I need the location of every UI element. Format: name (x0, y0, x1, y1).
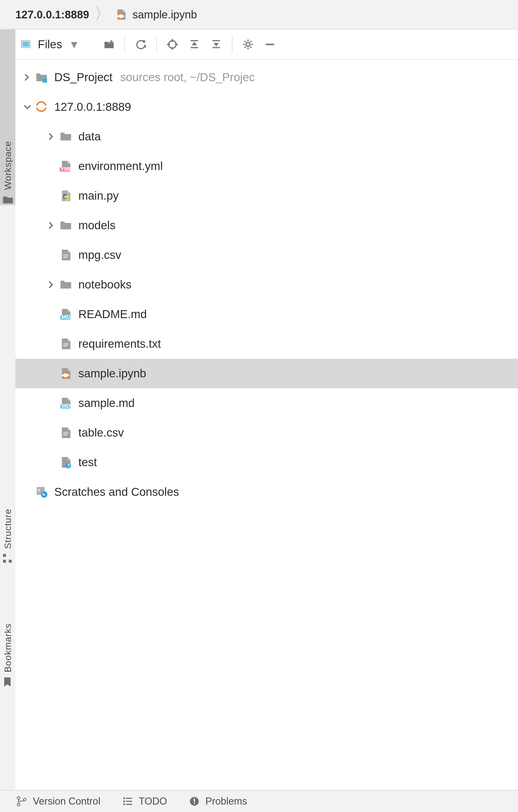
tree-item-label: data (79, 130, 101, 143)
tree-expander[interactable] (45, 133, 58, 140)
chevron-right-icon (48, 222, 55, 229)
chevron-right-icon (48, 133, 55, 140)
jupyter-file-icon (115, 9, 127, 20)
workspace-view-switcher[interactable]: Files ▼ (20, 38, 86, 51)
folder-icon (58, 220, 73, 231)
refresh-button[interactable] (131, 35, 150, 54)
settings-button[interactable] (239, 35, 257, 54)
side-tab-bar: Workspace Structure Bookmarks (0, 30, 16, 790)
status-todo-label: TODO (139, 795, 167, 807)
jupyter-file-icon (58, 368, 73, 380)
tree-item-label: mpg.csv (79, 249, 121, 262)
side-tab-structure[interactable]: Structure (0, 449, 16, 564)
workspace-panel: Files ▼ DS_Projectsources root, ~/DS_Pro… (16, 30, 518, 790)
status-version-control[interactable]: Version Control (17, 795, 100, 807)
breadcrumb-host[interactable]: 127.0.0.1:8889 (16, 8, 89, 21)
tree-item-label: notebooks (79, 278, 131, 291)
status-problems-label: Problems (205, 795, 247, 807)
tree-folder-ds_project[interactable]: DS_Projectsources root, ~/DS_Projec (16, 62, 518, 92)
toolbar-separator (156, 36, 157, 53)
breadcrumb-separator-icon: 〉 (95, 14, 110, 16)
text-file-icon (58, 249, 73, 261)
side-tab-bookmarks-label: Bookmarks (2, 623, 13, 672)
status-problems[interactable]: Problems (189, 795, 247, 807)
tree-item-label: README.md (79, 308, 147, 321)
folder-icon (58, 279, 73, 291)
dropdown-icon: ▼ (69, 38, 80, 51)
side-tab-workspace-label: Workspace (2, 141, 13, 190)
folder-icon (58, 130, 73, 143)
side-tab-structure-label: Structure (2, 509, 13, 549)
tree-item-label: main.py (79, 189, 119, 202)
tree-item-label: requirements.txt (79, 337, 161, 350)
tree-item-label: table.csv (79, 426, 124, 439)
tree-item-label: environment.yml (79, 160, 163, 173)
workspace-toolbar: Files ▼ (16, 30, 518, 60)
tree-file-requirements[interactable]: requirements.txt (16, 329, 518, 359)
tree-item-label: sample.ipynb (79, 367, 146, 380)
breadcrumb: 127.0.0.1:8889 〉 sample.ipynb (0, 0, 518, 30)
status-vcs-label: Version Control (33, 795, 100, 807)
tree-item-label: DS_Project (54, 71, 112, 84)
text-file-icon (58, 427, 73, 439)
tree-expander[interactable] (21, 103, 34, 111)
tree-folder-data[interactable]: data (16, 122, 518, 151)
workspace-view-label: Files (38, 38, 62, 51)
chevron-right-icon (48, 281, 55, 289)
tree-folder-server[interactable]: 127.0.0.1:8889 (16, 92, 518, 122)
markdown-file-icon (58, 308, 73, 320)
tree-expander[interactable] (45, 222, 58, 229)
tree-expander[interactable] (45, 281, 58, 289)
unknown-file-icon (58, 456, 73, 468)
side-tab-bookmarks[interactable]: Bookmarks (0, 567, 16, 688)
tree-item-label: sample.md (79, 397, 134, 410)
problems-icon (189, 796, 200, 807)
view-icon (20, 39, 31, 50)
tree-file-test[interactable]: test (16, 447, 518, 477)
tree-file-scratches[interactable]: Scratches and Consoles (16, 477, 518, 507)
yaml-file-icon (58, 160, 73, 172)
tree-file-mpgcsv[interactable]: mpg.csv (16, 240, 518, 270)
tree-item-label: test (79, 456, 97, 469)
chevron-right-icon (24, 74, 31, 81)
tree-expander[interactable] (21, 74, 34, 81)
bookmark-icon (2, 676, 13, 688)
tree-item-label: models (79, 219, 115, 232)
tree-file-mainpy[interactable]: main.py (16, 181, 518, 211)
jupyter-server-icon (34, 101, 49, 113)
tree-item-extra: sources root, ~/DS_Projec (120, 71, 254, 84)
tree-folder-notebooks[interactable]: notebooks (16, 270, 518, 299)
tree-file-readme[interactable]: README.md (16, 299, 518, 329)
scratches-icon (34, 486, 49, 498)
tree-item-label: 127.0.0.1:8889 (54, 100, 131, 114)
file-tree[interactable]: DS_Projectsources root, ~/DS_Projec127.0… (16, 60, 518, 790)
toolbar-separator (232, 36, 233, 53)
folder-sources-icon (34, 71, 49, 83)
side-tab-workspace[interactable]: Workspace (0, 30, 16, 205)
status-todo[interactable]: TODO (122, 795, 167, 807)
chevron-down-icon (24, 103, 31, 111)
toolbar-separator (124, 36, 125, 53)
breadcrumb-file[interactable]: sample.ipynb (132, 8, 197, 21)
folder-icon (2, 194, 13, 205)
hide-button[interactable] (261, 35, 279, 54)
structure-icon (2, 553, 13, 564)
markdown-file-icon (58, 397, 73, 409)
tree-file-tablecsv[interactable]: table.csv (16, 418, 518, 447)
tree-file-sampleipynb[interactable]: sample.ipynb (16, 359, 518, 388)
collapse-all-button[interactable] (207, 35, 226, 54)
status-bar: Version Control TODO Problems (0, 790, 518, 812)
tree-file-environment[interactable]: environment.yml (16, 151, 518, 181)
tree-item-label: Scratches and Consoles (54, 485, 179, 498)
expand-all-button[interactable] (185, 35, 204, 54)
select-opened-button[interactable] (163, 35, 182, 54)
new-folder-button[interactable] (99, 35, 118, 54)
branch-icon (17, 796, 27, 807)
text-file-icon (58, 338, 73, 350)
list-icon (122, 796, 133, 807)
tree-file-samplemd[interactable]: sample.md (16, 388, 518, 418)
tree-folder-models[interactable]: models (16, 211, 518, 240)
python-file-icon (58, 190, 73, 202)
